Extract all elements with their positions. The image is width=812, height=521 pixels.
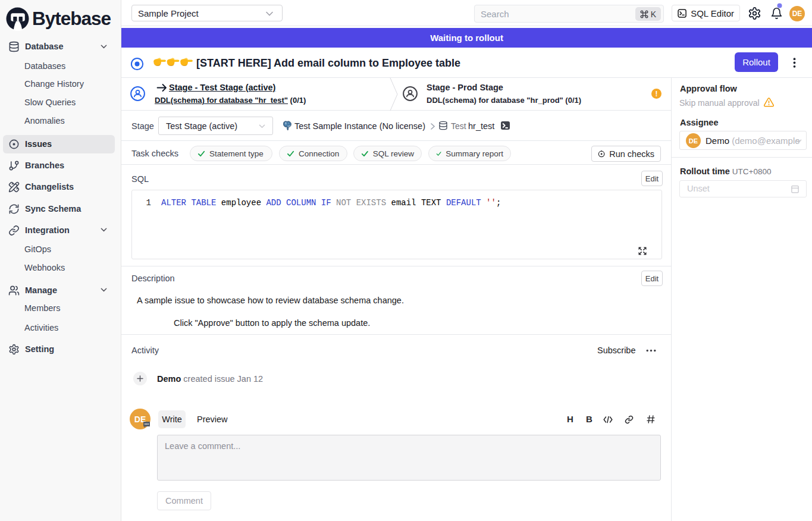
svg-text:Bytebase: Bytebase — [32, 8, 111, 29]
